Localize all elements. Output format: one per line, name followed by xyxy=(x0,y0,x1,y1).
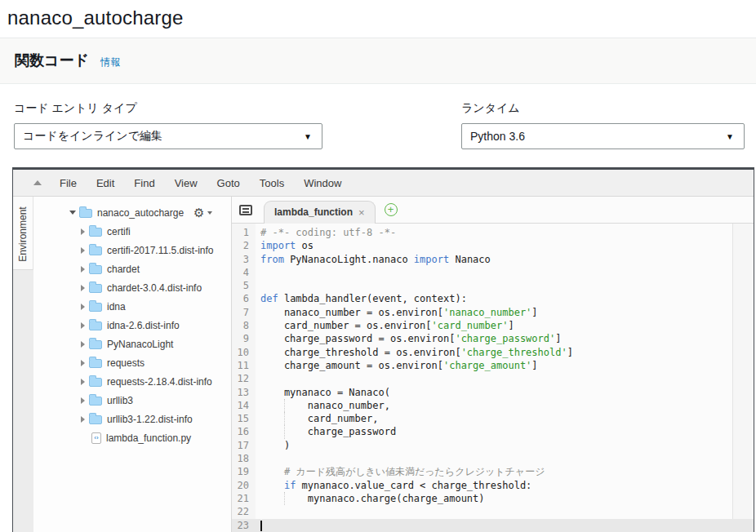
code-area[interactable]: 1# -*- coding: utf-8 -*-2import os3from … xyxy=(232,224,754,532)
menu-find[interactable]: Find xyxy=(124,177,164,189)
code-line[interactable]: 16 charge_password xyxy=(232,425,754,438)
tree-item-nanaco_autocharge[interactable]: nanaco_autocharge⚙ xyxy=(33,203,231,222)
code-line-text xyxy=(256,505,754,518)
tree-item-idna-2.6.dist-info[interactable]: idna-2.6.dist-info xyxy=(33,316,231,335)
line-number: 12 xyxy=(232,372,256,385)
code-entry-type-field: コード エントリ タイプ コードをインラインで編集 ▼ xyxy=(14,101,322,149)
menu-view[interactable]: View xyxy=(165,177,207,189)
code-line-text xyxy=(256,519,754,532)
tree-item-label: urllib3-1.22.dist-info xyxy=(107,414,193,425)
code-line[interactable]: 4 xyxy=(232,266,754,279)
tab-list-icon[interactable] xyxy=(239,205,252,215)
tab-lambda-function[interactable]: lambda_function × xyxy=(264,201,376,224)
code-line-text: nanaco_number = os.environ['nanaco_numbe… xyxy=(256,306,754,319)
tab-environment[interactable]: Environment xyxy=(13,197,33,270)
chevron-right-icon[interactable] xyxy=(81,341,85,348)
info-link[interactable]: 情報 xyxy=(100,56,120,68)
tree-item-chardet[interactable]: chardet xyxy=(33,259,231,278)
close-icon[interactable]: × xyxy=(358,206,365,219)
menu-tools[interactable]: Tools xyxy=(250,177,294,189)
code-line[interactable]: 17 ) xyxy=(232,439,754,452)
line-number: 19 xyxy=(232,465,256,478)
line-number: 2 xyxy=(232,239,256,252)
chevron-right-icon[interactable] xyxy=(81,247,85,254)
code-line-text: charge_password xyxy=(256,425,754,438)
editor-menubar: FileEditFindViewGotoToolsWindow xyxy=(13,170,754,197)
code-line[interactable]: 10 charge_threshold = os.environ['charge… xyxy=(232,346,754,359)
code-line[interactable]: 9 charge_password = os.environ['charge_p… xyxy=(232,332,754,345)
chevron-right-icon[interactable] xyxy=(81,285,85,291)
code-line[interactable]: 20 if mynanaco.value_card < charge_thres… xyxy=(232,479,754,492)
code-line[interactable]: 14 nanaco_number, xyxy=(232,399,754,412)
chevron-right-icon[interactable] xyxy=(81,397,85,404)
new-tab-icon[interactable]: + xyxy=(385,203,398,216)
code-line[interactable]: 2import os xyxy=(232,239,754,252)
line-number: 14 xyxy=(232,399,256,412)
tree-item-idna[interactable]: idna xyxy=(33,297,231,316)
code-line[interactable]: 1# -*- coding: utf-8 -*- xyxy=(232,226,754,239)
code-line[interactable]: 8 card_number = os.environ['card_number'… xyxy=(232,319,754,332)
menu-goto[interactable]: Goto xyxy=(207,177,250,189)
tree-item-lambda_function.py[interactable]: ‹›lambda_function.py xyxy=(33,428,231,447)
code-line-text: charge_password = os.environ['charge_pas… xyxy=(256,332,754,345)
runtime-field: ランタイム Python 3.6 ▼ xyxy=(461,101,745,149)
chevron-right-icon[interactable] xyxy=(81,360,85,366)
tree-item-label: certifi xyxy=(107,226,131,237)
folder-icon xyxy=(89,378,102,387)
line-number: 13 xyxy=(232,386,256,399)
menu-window[interactable]: Window xyxy=(294,177,351,189)
collapse-editor-icon[interactable] xyxy=(33,180,42,185)
tree-item-requests-2.18.4.dist-info[interactable]: requests-2.18.4.dist-info xyxy=(33,372,231,391)
code-line[interactable]: 15 card_number, xyxy=(232,412,754,425)
code-line-text: mynanaco.charge(charge_amount) xyxy=(256,492,754,505)
tree-item-urllib3[interactable]: urllib3 xyxy=(33,391,231,410)
code-line[interactable]: 12 xyxy=(232,372,754,385)
tree-item-urllib3-1.22.dist-info[interactable]: urllib3-1.22.dist-info xyxy=(33,410,231,428)
code-line[interactable]: 13 mynanaco = Nanaco( xyxy=(232,386,754,399)
tree-item-certifi-2017.11.5.dist-info[interactable]: certifi-2017.11.5.dist-info xyxy=(33,241,231,259)
line-number: 6 xyxy=(232,292,256,305)
tree-item-PyNanacoLight[interactable]: PyNanacoLight xyxy=(33,335,231,353)
tree-item-certifi[interactable]: certifi xyxy=(33,222,231,241)
tree-item-label: PyNanacoLight xyxy=(107,339,173,350)
chevron-right-icon[interactable] xyxy=(81,379,85,385)
code-line[interactable]: 7 nanaco_number = os.environ['nanaco_num… xyxy=(232,306,754,319)
folder-icon xyxy=(89,359,102,368)
chevron-right-icon[interactable] xyxy=(81,228,85,235)
code-line-text: import os xyxy=(256,239,754,252)
chevron-right-icon[interactable] xyxy=(81,304,85,310)
line-number: 4 xyxy=(232,266,256,279)
code-line[interactable]: 11 charge_amount = os.environ['charge_am… xyxy=(232,359,754,372)
page-title: nanaco_autocharge xyxy=(0,0,756,29)
line-number: 11 xyxy=(232,359,256,372)
chevron-right-icon[interactable] xyxy=(81,416,85,423)
tree-item-label: chardet-3.0.4.dist-info xyxy=(107,282,202,294)
runtime-select[interactable]: Python 3.6 ▼ xyxy=(461,123,745,149)
menu-edit[interactable]: Edit xyxy=(87,177,124,189)
tree-item-requests[interactable]: requests xyxy=(33,353,231,372)
chevron-right-icon[interactable] xyxy=(81,266,85,273)
code-line[interactable]: 6def lambda_handler(event, context): xyxy=(232,292,754,305)
code-line[interactable]: 21 mynanaco.charge(charge_amount) xyxy=(232,492,754,505)
tree-item-label: urllib3 xyxy=(107,395,133,406)
code-line-text: charge_threshold = os.environ['charge_th… xyxy=(256,346,754,359)
tree-item-chardet-3.0.4.dist-info[interactable]: chardet-3.0.4.dist-info xyxy=(33,278,231,297)
chevron-down-icon: ▼ xyxy=(726,132,734,141)
code-line[interactable]: 3from PyNanacoLight.nanaco import Nanaco xyxy=(232,253,754,266)
chevron-expanded-icon[interactable] xyxy=(69,211,76,215)
code-line[interactable]: 22 xyxy=(232,505,754,518)
code-line[interactable]: 23 xyxy=(232,519,754,532)
code-entry-type-select[interactable]: コードをインラインで編集 ▼ xyxy=(14,123,322,149)
gear-icon[interactable]: ⚙ xyxy=(193,206,211,219)
tree-item-label: certifi-2017.11.5.dist-info xyxy=(107,245,214,256)
function-code-card: 関数コード 情報 コード エントリ タイプ コードをインラインで編集 ▼ ランタ… xyxy=(0,38,756,149)
chevron-down-icon: ▼ xyxy=(304,132,312,141)
folder-icon xyxy=(89,228,102,237)
code-line[interactable]: 5 xyxy=(232,279,754,292)
menu-file[interactable]: File xyxy=(50,177,87,189)
chevron-right-icon[interactable] xyxy=(81,322,85,329)
text-cursor xyxy=(260,521,262,531)
code-line[interactable]: 18 xyxy=(232,452,754,465)
tree-item-label: idna xyxy=(107,301,126,313)
code-line[interactable]: 19 # カード残高がしきい値未満だったらクレジットチャージ xyxy=(232,465,754,478)
